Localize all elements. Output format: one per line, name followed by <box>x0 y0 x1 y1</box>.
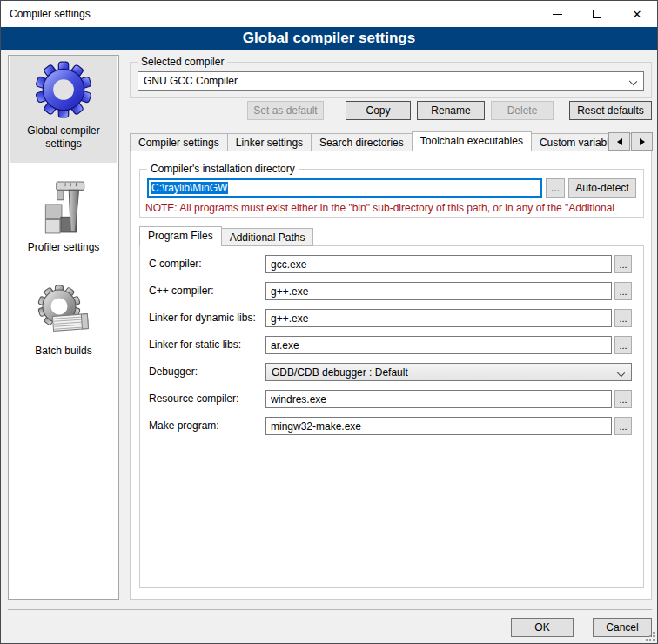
window-title: Compiler settings <box>1 8 91 20</box>
debugger-row: Debugger: GDB/CDB debugger : Default <box>140 363 643 381</box>
resize-grip-icon[interactable] <box>646 632 655 641</box>
chevron-down-icon <box>617 369 625 377</box>
dynamic-linker-input[interactable] <box>265 309 612 327</box>
debugger-label: Debugger: <box>149 363 198 381</box>
cpp-compiler-browse-button[interactable]: ... <box>614 282 632 300</box>
compiler-buttons-row: Set as default Copy Rename Delete Reset … <box>130 101 652 120</box>
c-compiler-row: C compiler: ... <box>140 255 643 273</box>
tab-compiler-settings[interactable]: Compiler settings <box>130 133 228 151</box>
debugger-value: GDB/CDB debugger : Default <box>272 366 408 379</box>
program-files-page: C compiler: ... C++ compiler: ... Linker… <box>139 245 644 588</box>
static-linker-browse-button[interactable]: ... <box>614 336 632 354</box>
auto-detect-button[interactable]: Auto-detect <box>568 178 636 198</box>
install-dir-browse-button[interactable]: ... <box>546 178 565 198</box>
page-title: Global compiler settings <box>1 27 657 50</box>
static-linker-row: Linker for static libs: ... <box>140 336 643 354</box>
set-as-default-button[interactable]: Set as default <box>247 101 324 120</box>
static-linker-label: Linker for static libs: <box>149 336 241 354</box>
c-compiler-label: C compiler: <box>149 255 202 273</box>
cpp-compiler-input[interactable] <box>265 282 612 300</box>
footer-divider <box>8 609 652 610</box>
install-dir-group: Compiler's installation directory C:\ray… <box>139 169 644 218</box>
titlebar[interactable]: Compiler settings ✕ <box>1 1 657 27</box>
debugger-dropdown[interactable]: GDB/CDB debugger : Default <box>265 363 632 381</box>
subtab-program-files[interactable]: Program Files <box>139 226 222 246</box>
tab-scroll-arrows <box>608 132 653 151</box>
selected-compiler-group: Selected compiler GNU GCC Compiler <box>130 62 652 98</box>
toolchain-subtabstrip: Program Files Additional Paths <box>139 226 312 246</box>
chevron-down-icon <box>629 77 637 85</box>
install-dir-note: NOTE: All programs must exist either in … <box>145 201 641 215</box>
selected-compiler-value: GNU GCC Compiler <box>144 75 238 87</box>
resource-compiler-row: Resource compiler: ... <box>140 390 643 408</box>
make-program-input[interactable] <box>265 417 612 435</box>
resource-compiler-input[interactable] <box>265 390 612 408</box>
sidebar-item-global-compiler-settings[interactable]: Global compiler settings <box>10 56 118 163</box>
reset-defaults-button[interactable]: Reset defaults <box>569 101 652 120</box>
tab-linker-settings[interactable]: Linker settings <box>227 133 312 151</box>
install-dir-input[interactable]: C:\raylib\MinGW <box>147 178 542 198</box>
cpp-compiler-label: C++ compiler: <box>149 282 214 300</box>
copy-button[interactable]: Copy <box>346 101 411 120</box>
ok-button[interactable]: OK <box>511 618 574 637</box>
maximize-button[interactable] <box>577 1 617 27</box>
minimize-button[interactable] <box>537 1 577 27</box>
arrow-left-icon <box>617 138 622 145</box>
minimize-icon <box>553 14 562 15</box>
selected-compiler-dropdown[interactable]: GNU GCC Compiler <box>138 71 644 91</box>
sidebar-item-batch-builds[interactable]: Batch builds <box>10 278 118 380</box>
install-dir-selected-text: C:\raylib\MinGW <box>151 182 228 194</box>
sidebar-item-label: Global compiler settings <box>10 124 118 151</box>
dynamic-linker-row: Linker for dynamic libs: ... <box>140 309 643 327</box>
cpp-compiler-row: C++ compiler: ... <box>140 282 643 300</box>
close-icon: ✕ <box>633 9 642 20</box>
settings-category-list: Global compiler settings Profiler s <box>8 55 119 600</box>
resource-compiler-browse-button[interactable]: ... <box>614 390 632 408</box>
make-program-label: Make program: <box>149 417 219 435</box>
sidebar-item-label: Profiler settings <box>10 241 118 254</box>
main-panel: Selected compiler GNU GCC Compiler Set a… <box>130 50 652 615</box>
sidebar-item-label: Batch builds <box>10 345 118 358</box>
sidebar-item-profiler-settings[interactable]: Profiler settings <box>10 174 118 277</box>
toolchain-executables-page: Compiler's installation directory C:\ray… <box>130 151 652 600</box>
tab-toolchain-executables[interactable]: Toolchain executables <box>412 131 532 151</box>
arrow-right-icon <box>640 138 645 145</box>
c-compiler-browse-button[interactable]: ... <box>614 255 632 273</box>
close-button[interactable]: ✕ <box>617 1 657 27</box>
resource-compiler-label: Resource compiler: <box>149 390 238 408</box>
settings-tabstrip: Compiler settings Linker settings Search… <box>130 131 652 151</box>
dynamic-linker-browse-button[interactable]: ... <box>614 309 632 327</box>
dynamic-linker-label: Linker for dynamic libs: <box>149 309 256 327</box>
c-compiler-input[interactable] <box>265 255 612 273</box>
install-dir-legend: Compiler's installation directory <box>147 163 299 176</box>
tab-scroll-left-button[interactable] <box>608 132 630 151</box>
rename-button[interactable]: Rename <box>417 101 485 120</box>
blue-gear-icon <box>35 61 92 118</box>
static-linker-input[interactable] <box>265 336 612 354</box>
tab-scroll-right-button[interactable] <box>631 132 653 151</box>
caliper-icon <box>37 179 90 235</box>
make-program-browse-button[interactable]: ... <box>614 417 632 435</box>
delete-button[interactable]: Delete <box>491 101 554 120</box>
gray-gear-stack-icon <box>36 283 91 339</box>
selected-compiler-legend: Selected compiler <box>138 56 227 69</box>
cancel-button[interactable]: Cancel <box>593 618 652 637</box>
make-program-row: Make program: ... <box>140 417 643 435</box>
tab-search-directories[interactable]: Search directories <box>311 133 413 151</box>
subtab-additional-paths[interactable]: Additional Paths <box>221 228 314 246</box>
compiler-settings-dialog: Compiler settings ✕ Global compiler sett… <box>0 0 658 644</box>
maximize-icon <box>593 10 601 18</box>
